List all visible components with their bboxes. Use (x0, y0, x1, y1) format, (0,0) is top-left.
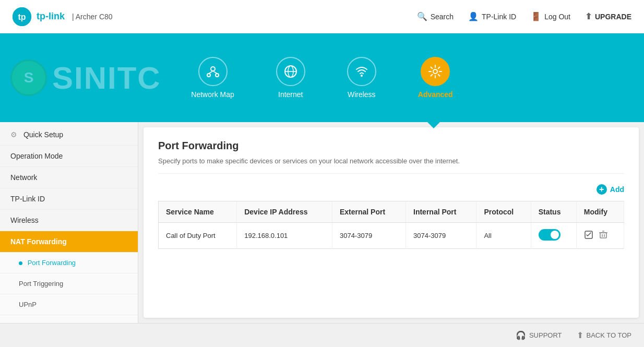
svg-point-4 (216, 74, 219, 77)
table-row: Call of Duty Port 192.168.0.101 3074-307… (159, 223, 624, 249)
cell-service-name: Call of Duty Port (159, 223, 237, 249)
support-link[interactable]: 🎧 SUPPORT (516, 330, 562, 340)
sidebar-label-operation-mode: Operation Mode (10, 152, 63, 160)
svg-rect-13 (600, 233, 606, 238)
cell-modify (576, 223, 624, 249)
sidebar-label-port-forwarding: Port Forwarding (28, 259, 76, 267)
sidebar-item-port-triggering[interactable]: Port Triggering (0, 273, 138, 294)
logout-icon: 🚪 (531, 11, 541, 21)
upgrade-nav-item[interactable]: ⬆ UPGRADE (585, 11, 631, 21)
sidebar-item-port-forwarding[interactable]: Port Forwarding (0, 253, 138, 273)
sidebar-item-upnp[interactable]: UPnP (0, 294, 138, 315)
top-nav: S SINITC Network Map Internet (0, 33, 644, 122)
gear-icon: ⚙ (10, 130, 17, 139)
sidebar-item-tplink-id[interactable]: TP-Link ID (0, 188, 138, 210)
search-icon: 🔍 (417, 11, 427, 21)
action-icons (584, 230, 616, 242)
cell-device-ip: 192.168.0.101 (237, 223, 332, 249)
internet-label: Internet (278, 90, 303, 99)
cell-external-port: 3074-3079 (332, 223, 406, 249)
sidebar-label-wireless: Wireless (10, 216, 39, 224)
col-internal-port: Internal Port (406, 201, 476, 223)
watermark-text: SINITC (52, 60, 161, 96)
svg-point-10 (361, 75, 363, 77)
sidebar-label-upnp: UPnP (19, 301, 37, 308)
header-nav: 🔍 Search 👤 TP-Link ID 🚪 Log Out ⬆ UPGRAD… (417, 11, 631, 21)
sidebar-label-dmz: DMZ (19, 321, 33, 323)
logo-brand: tp-link (37, 11, 65, 22)
tplink-id-nav-item[interactable]: 👤 TP-Link ID (468, 11, 516, 21)
sidebar-item-nat-forwarding[interactable]: NAT Forwarding (0, 231, 138, 253)
logout-nav-item[interactable]: 🚪 Log Out (531, 11, 570, 21)
tab-wireless[interactable]: Wireless (347, 57, 376, 99)
tab-advanced[interactable]: Advanced (418, 57, 453, 99)
page-description: Specify ports to make specific devices o… (158, 157, 624, 174)
col-device-ip: Device IP Address (237, 201, 332, 223)
watermark-circle: S (10, 59, 47, 96)
content-area: Port Forwarding Specify ports to make sp… (144, 127, 639, 318)
sidebar-label-port-triggering: Port Triggering (19, 280, 63, 288)
back-to-top-label: BACK TO TOP (587, 331, 631, 339)
support-icon: 🎧 (516, 330, 526, 340)
col-service-name: Service Name (159, 201, 237, 223)
search-nav-item[interactable]: 🔍 Search (417, 11, 454, 21)
search-label: Search (431, 13, 454, 21)
watermark: S SINITC (10, 33, 161, 122)
col-protocol: Protocol (476, 201, 531, 223)
footer: 🎧 SUPPORT ⬆ BACK TO TOP (0, 323, 644, 347)
sidebar-label-nat-forwarding: NAT Forwarding (10, 237, 67, 246)
svg-text:tp: tp (18, 13, 26, 21)
svg-line-6 (213, 71, 217, 74)
col-modify: Modify (576, 201, 624, 223)
sidebar-label-quick-setup: Quick Setup (23, 130, 63, 139)
add-button-container: + Add (158, 184, 624, 195)
svg-point-3 (207, 74, 210, 77)
page-title: Port Forwarding (158, 140, 624, 152)
nav-arrow (426, 121, 441, 128)
logout-label: Log Out (544, 13, 570, 21)
cell-protocol: All (476, 223, 531, 249)
add-icon: + (597, 184, 607, 195)
svg-point-2 (211, 67, 215, 71)
main-layout: ⚙ Quick Setup Operation Mode Network TP-… (0, 122, 644, 323)
sidebar: ⚙ Quick Setup Operation Mode Network TP-… (0, 122, 138, 323)
network-map-label: Network Map (191, 90, 234, 99)
sidebar-item-operation-mode[interactable]: Operation Mode (0, 146, 138, 167)
delete-icon[interactable] (599, 230, 608, 242)
col-external-port: External Port (332, 201, 406, 223)
sidebar-item-network[interactable]: Network (0, 167, 138, 188)
add-label: Add (610, 185, 624, 194)
svg-point-11 (433, 69, 437, 74)
upgrade-icon: ⬆ (585, 11, 592, 21)
arrow-up-icon: ⬆ (577, 330, 583, 340)
port-forwarding-table: Service Name Device IP Address External … (158, 201, 624, 249)
svg-line-5 (209, 71, 213, 74)
header: tp tp-link | Archer C80 🔍 Search 👤 TP-Li… (0, 0, 644, 33)
sidebar-label-tplink-id: TP-Link ID (10, 195, 45, 203)
advanced-icon (421, 57, 450, 86)
cell-status (531, 223, 576, 249)
user-icon: 👤 (468, 11, 479, 21)
wireless-icon (347, 57, 376, 86)
logo-model: | Archer C80 (72, 13, 113, 21)
sidebar-label-network: Network (10, 173, 37, 182)
edit-icon[interactable] (584, 230, 593, 242)
back-to-top-link[interactable]: ⬆ BACK TO TOP (577, 330, 631, 340)
internet-icon (276, 57, 305, 86)
sidebar-item-dmz[interactable]: DMZ (0, 315, 138, 323)
support-label: SUPPORT (529, 331, 562, 339)
advanced-label: Advanced (418, 90, 453, 99)
sidebar-item-wireless[interactable]: Wireless (0, 210, 138, 231)
logo: tp tp-link | Archer C80 (13, 7, 113, 26)
watermark-circle-text: S (24, 69, 34, 86)
col-status: Status (531, 201, 576, 223)
status-toggle[interactable] (539, 229, 560, 241)
cell-internal-port: 3074-3079 (406, 223, 476, 249)
dot-icon (19, 261, 22, 265)
tab-network-map[interactable]: Network Map (191, 57, 234, 99)
wireless-label: Wireless (348, 90, 376, 99)
sidebar-item-quick-setup[interactable]: ⚙ Quick Setup (0, 124, 138, 146)
tab-internet[interactable]: Internet (276, 57, 305, 99)
network-map-icon (198, 57, 228, 86)
add-button[interactable]: + Add (597, 184, 624, 195)
